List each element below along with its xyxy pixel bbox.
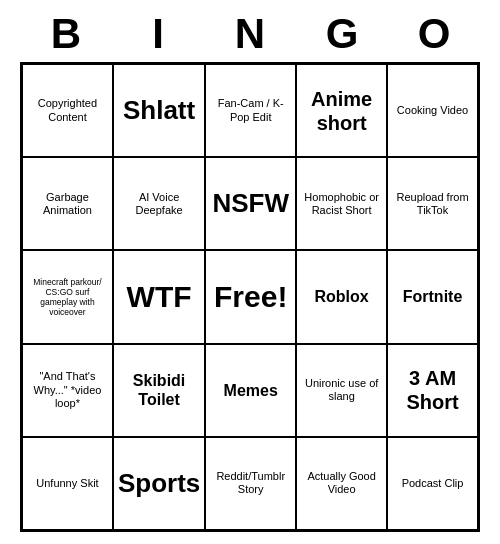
bingo-cell-16: Skibidi Toilet bbox=[113, 344, 205, 437]
letter-i: I bbox=[118, 10, 198, 58]
bingo-cell-6: AI Voice Deepfake bbox=[113, 157, 205, 250]
bingo-cell-11: WTF bbox=[113, 250, 205, 343]
bingo-cell-3: Anime short bbox=[296, 64, 387, 157]
bingo-grid: Copyrighted ContentShlattFan-Cam / K-Pop… bbox=[20, 62, 480, 532]
letter-b: B bbox=[26, 10, 106, 58]
bingo-title: B I N G O bbox=[20, 10, 480, 58]
bingo-cell-5: Garbage Animation bbox=[22, 157, 113, 250]
bingo-cell-24: Podcast Clip bbox=[387, 437, 478, 530]
bingo-cell-9: Reupload from TikTok bbox=[387, 157, 478, 250]
bingo-cell-21: Sports bbox=[113, 437, 205, 530]
bingo-cell-14: Fortnite bbox=[387, 250, 478, 343]
bingo-cell-19: 3 AM Short bbox=[387, 344, 478, 437]
bingo-cell-8: Homophobic or Racist Short bbox=[296, 157, 387, 250]
bingo-cell-15: "And That's Why..." *video loop* bbox=[22, 344, 113, 437]
bingo-cell-2: Fan-Cam / K-Pop Edit bbox=[205, 64, 296, 157]
bingo-cell-17: Memes bbox=[205, 344, 296, 437]
bingo-cell-4: Cooking Video bbox=[387, 64, 478, 157]
letter-o: O bbox=[394, 10, 474, 58]
bingo-cell-13: Roblox bbox=[296, 250, 387, 343]
bingo-cell-20: Unfunny Skit bbox=[22, 437, 113, 530]
bingo-cell-0: Copyrighted Content bbox=[22, 64, 113, 157]
bingo-cell-10: Minecraft parkour/ CS:GO surf gameplay w… bbox=[22, 250, 113, 343]
bingo-cell-22: Reddit/Tumblr Story bbox=[205, 437, 296, 530]
bingo-cell-1: Shlatt bbox=[113, 64, 205, 157]
bingo-cell-18: Unironic use of slang bbox=[296, 344, 387, 437]
bingo-cell-7: NSFW bbox=[205, 157, 296, 250]
bingo-cell-12: Free! bbox=[205, 250, 296, 343]
letter-n: N bbox=[210, 10, 290, 58]
letter-g: G bbox=[302, 10, 382, 58]
bingo-cell-23: Actually Good Video bbox=[296, 437, 387, 530]
